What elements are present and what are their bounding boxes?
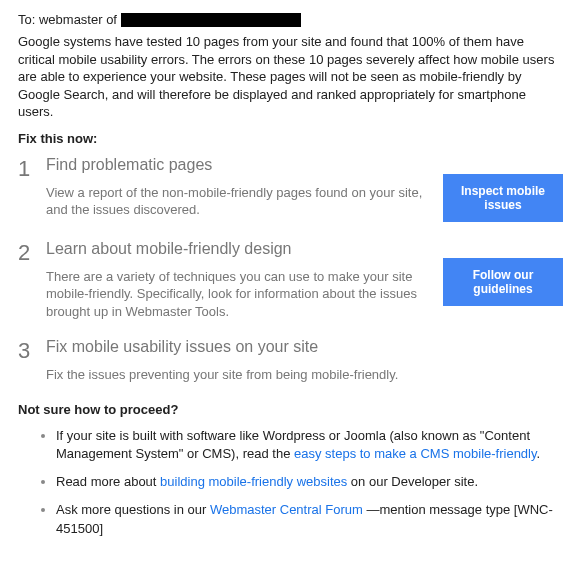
help-bullets: If your site is built with software like… [18,427,563,538]
inspect-mobile-issues-button[interactable]: Inspect mobile issues [443,174,563,222]
step-title: Fix mobile usability issues on your site [46,338,547,356]
follow-guidelines-button[interactable]: Follow our guidelines [443,258,563,306]
step-2: 2 Learn about mobile-friendly design The… [18,240,563,321]
bullet-text: . [537,446,541,461]
bullet-text: Read more about [56,474,160,489]
bullet-text: Ask more questions in our [56,502,210,517]
list-item: If your site is built with software like… [56,427,563,463]
list-item: Ask more questions in our Webmaster Cent… [56,501,563,537]
webmaster-central-forum-link[interactable]: Webmaster Central Forum [210,502,363,517]
cms-mobile-friendly-link[interactable]: easy steps to make a CMS mobile-friendly [294,446,537,461]
to-line: To: webmaster of [18,12,563,27]
step-desc: There are a variety of techniques you ca… [46,268,427,321]
not-sure-heading: Not sure how to proceed? [18,402,563,417]
intro-paragraph: Google systems have tested 10 pages from… [18,33,563,121]
list-item: Read more about building mobile-friendly… [56,473,563,491]
building-mobile-friendly-link[interactable]: building mobile-friendly websites [160,474,347,489]
to-prefix: To: webmaster of [18,12,121,27]
step-number: 2 [18,240,46,264]
step-1: 1 Find problematic pages View a report o… [18,156,563,222]
step-desc: Fix the issues preventing your site from… [46,366,547,384]
bullet-text: on our Developer site. [347,474,478,489]
step-title: Find problematic pages [46,156,427,174]
step-number: 1 [18,156,46,180]
redacted-domain [121,13,301,27]
step-3: 3 Fix mobile usability issues on your si… [18,338,563,384]
fix-this-now-heading: Fix this now: [18,131,563,146]
step-desc: View a report of the non-mobile-friendly… [46,184,427,219]
step-number: 3 [18,338,46,362]
step-title: Learn about mobile-friendly design [46,240,427,258]
